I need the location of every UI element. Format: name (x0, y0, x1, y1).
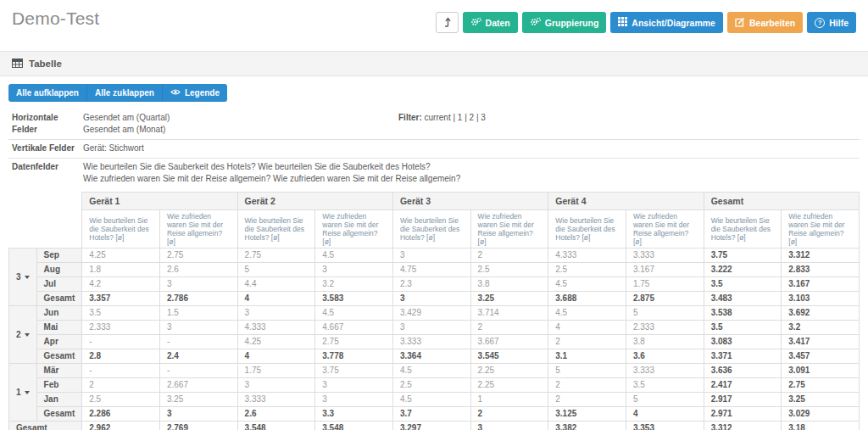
data-cell: 2.4 (159, 349, 237, 364)
daten-button[interactable]: Daten (463, 12, 518, 33)
data-cell: 3.1 (548, 349, 626, 364)
meta-value: Wie beurteilen Sie die Sauberkeit des Ho… (83, 161, 460, 173)
data-cell: 3 (392, 249, 470, 263)
collapse-all-button[interactable]: Alle zuklappen (87, 84, 163, 102)
data-fields-values: Wie beurteilen Sie die Sauberkeit des Ho… (83, 161, 460, 185)
horizontal-fields-values: Gesendet am (Quartal) Gesendet am (Monat… (83, 112, 170, 136)
vertical-fields-values: Gerät: Stichwort (83, 142, 144, 154)
cogs-icon (470, 17, 481, 29)
data-cell: 3.692 (782, 306, 860, 321)
grand-total-row: Gesamt2.9622.7693.5483.5483.29733.3823.3… (9, 422, 860, 430)
data-cell: 2 (548, 378, 626, 393)
row-label-cell: Gesamt (36, 292, 82, 306)
page-title: Demo-Test (12, 8, 99, 29)
data-cell: 2 (470, 407, 548, 422)
data-cell: 2.786 (159, 292, 237, 306)
horizontal-fields-row: Horizontale Felder Gesendet am (Quartal)… (8, 109, 860, 140)
data-cell: 5 (237, 263, 315, 277)
data-cell: 3.083 (704, 335, 782, 349)
bearbeiten-button[interactable]: Bearbeiten (727, 12, 803, 33)
row-label-cell: Gesamt (36, 407, 82, 422)
meta-value: Wie zufrieden waren Sie mit der Reise al… (83, 173, 460, 185)
data-fields-row: Datenfelder Wie beurteilen Sie die Saube… (8, 159, 860, 188)
caret-down-icon (25, 333, 30, 337)
data-cell: 2 (82, 378, 160, 393)
data-cell: 1.75 (237, 364, 315, 378)
data-cell: - (159, 364, 237, 378)
data-cell: 3.636 (704, 364, 782, 378)
data-cell: 1 (470, 393, 548, 407)
row-label-cell: Mär (36, 364, 82, 378)
row-label-cell: Aug (36, 263, 82, 277)
hilfe-button[interactable]: Hilfe (807, 12, 856, 33)
row-label-cell: Jan (36, 393, 82, 407)
data-cell: 3 (159, 321, 237, 335)
row-label-cell: Gesamt (36, 349, 82, 364)
data-cell: 3.2 (782, 321, 860, 335)
row-label-cell: Jul (36, 277, 82, 292)
table-row: Mai2.33334.3334.6673242.3333.53.2 (9, 321, 860, 335)
data-cell: 3.353 (626, 422, 704, 430)
column-group-header: Gerät 2 (237, 193, 392, 210)
row-group-cell[interactable]: 2 (9, 306, 37, 364)
data-cell: 3.125 (548, 407, 626, 422)
data-cell: 3 (315, 263, 393, 277)
data-cell: 3.545 (470, 349, 548, 364)
expand-all-button[interactable]: Alle aufklappen (8, 84, 87, 102)
data-cell: 2.75 (315, 335, 393, 349)
data-cell: 2 (548, 335, 626, 349)
data-cell: 1.75 (626, 277, 704, 292)
data-cell: - (82, 364, 160, 378)
filter-label: Filter: (398, 113, 422, 122)
hilfe-button-label: Hilfe (829, 18, 849, 28)
data-cell: 3.382 (548, 422, 626, 430)
data-cell: 3.5 (82, 306, 160, 321)
data-cell: 2.667 (159, 378, 237, 393)
row-group-cell[interactable]: 3 (9, 249, 37, 306)
data-cell: 3.25 (782, 393, 860, 407)
vertical-fields-label: Vertikale Felder (12, 142, 83, 154)
cogs-icon (530, 17, 541, 29)
arrow-up-icon (443, 17, 451, 29)
table-icon (12, 59, 23, 70)
row-label-cell: Mai (36, 321, 82, 335)
data-cell: 3 (470, 422, 548, 430)
legend-button[interactable]: Legende (163, 84, 227, 102)
data-cell: 3 (392, 321, 470, 335)
data-cell: 2.5 (82, 393, 160, 407)
data-cell: 2.333 (82, 321, 160, 335)
ansicht-diagramme-button[interactable]: Ansicht/Diagramme (610, 12, 723, 33)
question-circle-icon (815, 18, 825, 28)
data-cell: 3.688 (548, 292, 626, 306)
gruppierung-button[interactable]: Gruppierung (522, 12, 607, 33)
row-group-cell[interactable]: 1 (9, 364, 37, 422)
data-cell: 2.5 (470, 263, 548, 277)
data-cell: 2.8 (82, 349, 160, 364)
data-cell: 3 (237, 378, 315, 393)
data-cell: 3.312 (782, 249, 860, 263)
column-sub-header: Wie beurteilen Sie die Sauberkeit des Ho… (82, 210, 160, 249)
table-row: Feb22.667332.52.2523.52.4172.75 (9, 378, 860, 393)
panel-title: Tabelle (29, 59, 62, 69)
table-row: 2Jun3.51.534.53.4293.7144.553.5383.692 (9, 306, 860, 321)
data-cell: 3.167 (626, 263, 704, 277)
data-cell: 3.3 (315, 407, 393, 422)
caret-down-icon (25, 276, 30, 279)
data-cell: 3.333 (626, 249, 704, 263)
data-cell: 2 (470, 321, 548, 335)
pivot-toggle-button[interactable] (436, 12, 459, 33)
data-cell: 4 (237, 292, 315, 306)
group-total-row: Gesamt2.82.443.7783.3643.5453.13.63.3713… (9, 349, 860, 364)
meta-value: Gerät: Stichwort (83, 142, 144, 154)
filter-values[interactable]: current | 1 | 2 | 3 (425, 113, 486, 122)
data-cell: 3.333 (392, 335, 470, 349)
data-cell: 3.417 (782, 335, 860, 349)
data-cell: 3.5 (704, 277, 782, 292)
data-cell: 2.5 (548, 263, 626, 277)
data-cell: 4 (548, 321, 626, 335)
data-cell: 3.371 (704, 349, 782, 364)
data-cell: 3.548 (315, 422, 393, 430)
data-cell: 3.75 (315, 364, 393, 378)
data-cell: 2.25 (470, 378, 548, 393)
grand-total-label: Gesamt (9, 422, 82, 430)
